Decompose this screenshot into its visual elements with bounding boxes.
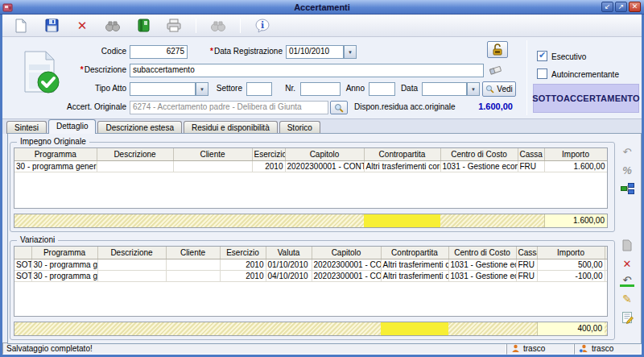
restore-down-button[interactable]: ↙ <box>601 2 613 12</box>
codice-input[interactable]: 6275 <box>130 45 188 59</box>
variazioni-title: Variazioni <box>17 235 58 244</box>
search-related-icon[interactable] <box>209 18 227 34</box>
percent-icon[interactable]: % <box>620 164 634 176</box>
delete-icon[interactable]: ✕ <box>73 18 91 34</box>
variazioni-group: Variazioni ProgrammaDescrizioneClienteEs… <box>10 240 615 340</box>
form-separator <box>526 40 527 115</box>
tab-sintesi[interactable]: Sintesi <box>6 121 47 134</box>
impegno-originale-title: Impegno Originale <box>17 137 89 146</box>
column-header[interactable]: Cliente <box>173 148 252 160</box>
info-icon[interactable]: i <box>254 18 271 34</box>
accert-originale-input[interactable]: 6274 - Accertamento padre - Delibera di … <box>130 101 328 114</box>
esecutivo-checkbox[interactable] <box>537 51 547 61</box>
column-header[interactable] <box>605 247 608 259</box>
dettaglio-panel: Impegno Originale ProgrammaDescrizioneCl… <box>7 133 642 344</box>
variazioni-table-box: ProgrammaDescrizioneClienteEsercizioValu… <box>14 246 608 317</box>
add-row-icon[interactable] <box>620 239 634 251</box>
eraser-icon[interactable] <box>489 64 503 78</box>
validate-book-icon[interactable] <box>134 18 152 34</box>
close-button[interactable]: ✕ <box>629 2 641 12</box>
column-header[interactable]: Valuta <box>266 247 312 259</box>
column-header[interactable]: Programma <box>31 247 97 259</box>
data-input[interactable] <box>422 82 467 96</box>
tab-dettaglio[interactable]: Dettaglio <box>48 119 96 134</box>
impegno-total-value: 1.600,00 <box>544 214 607 227</box>
tipo-atto-select[interactable] <box>130 82 196 96</box>
status-message: Salvataggio completato! <box>2 342 506 355</box>
tab-storico[interactable]: Storico <box>279 121 320 134</box>
linked-records-icon[interactable] <box>620 182 634 195</box>
print-icon[interactable] <box>165 18 183 34</box>
column-header[interactable]: Contropartita <box>381 247 448 259</box>
calendar-dropdown-button[interactable]: ▼ <box>344 45 357 59</box>
delete-row-icon[interactable]: ✕ <box>620 257 634 270</box>
status-panel-user-session[interactable]: trasco <box>574 342 642 355</box>
person-icon <box>511 344 520 353</box>
column-header[interactable]: Importo <box>544 148 607 160</box>
dispon-residua-value: 1.600,00 <box>453 102 513 111</box>
column-header[interactable]: Cassa <box>518 148 544 160</box>
settore-input[interactable] <box>246 82 272 96</box>
column-header[interactable]: Centro di Costo <box>440 148 518 160</box>
settore-label: Settore <box>210 84 242 95</box>
impegno-originale-table: ProgrammaDescrizioneClienteEsercizioCapi… <box>14 148 608 172</box>
column-header[interactable]: Cassa <box>516 247 537 259</box>
status-bar: Salvataggio completato! trasco trasco <box>2 342 642 355</box>
column-header[interactable]: Capitolo <box>312 247 381 259</box>
data-label: Data <box>395 84 418 95</box>
descrizione-input[interactable]: subaccertamento <box>130 64 484 77</box>
window-title: Accertamenti <box>0 2 644 12</box>
table-row[interactable]: SOT30 - programma generico201004/10/2010… <box>14 270 608 281</box>
column-header[interactable] <box>14 247 31 259</box>
column-header[interactable]: Esercizio <box>220 247 266 259</box>
undo-variation-icon[interactable]: ↶ <box>620 276 634 287</box>
accert-search-button[interactable] <box>330 101 348 114</box>
unlock-icon <box>492 44 503 56</box>
autoincrementante-checkbox[interactable] <box>537 68 547 79</box>
column-header[interactable]: Contropartita <box>364 148 440 160</box>
column-header[interactable]: Centro di Costo <box>448 247 516 259</box>
sottoaccertamento-panel: SOTTOACCERTAMENTO <box>533 84 639 113</box>
column-header[interactable]: Capitolo <box>285 148 364 160</box>
edit-icon[interactable]: ✎ <box>620 293 634 305</box>
anno-input[interactable] <box>369 82 395 96</box>
new-document-icon[interactable] <box>12 18 30 34</box>
vedi-button[interactable]: Vedi <box>482 81 516 97</box>
descrizione-label: *Descrizione <box>54 65 126 77</box>
header-form: Codice 6275 *Data Registrazione 01/10/20… <box>2 37 642 119</box>
data-registrazione-input[interactable]: 01/10/2010 <box>286 45 344 59</box>
data-dropdown-button[interactable]: ▼ <box>467 82 480 96</box>
column-header[interactable]: Descrizione <box>97 148 173 160</box>
required-marker: * <box>80 65 84 74</box>
variazioni-table: ProgrammaDescrizioneClienteEsercizioValu… <box>14 247 608 282</box>
column-header[interactable]: Programma <box>14 148 97 160</box>
column-header[interactable]: Cliente <box>166 247 220 259</box>
column-header[interactable]: Descrizione <box>97 247 166 259</box>
nr-input[interactable] <box>300 82 341 96</box>
column-header[interactable]: Importo <box>537 247 605 259</box>
save-icon[interactable] <box>43 18 60 34</box>
unlock-button[interactable] <box>487 41 508 58</box>
data-registrazione-label: *Data Registrazione <box>192 47 283 58</box>
restore-up-button[interactable]: ↗ <box>615 2 627 12</box>
search-binoculars-icon[interactable] <box>104 18 122 34</box>
title-bar[interactable]: Accertamenti ↙ ↗ ✕ <box>0 0 644 15</box>
tipo-atto-dropdown-button[interactable]: ▼ <box>196 82 208 96</box>
edit-document-icon[interactable] <box>620 311 634 324</box>
codice-label: Codice <box>75 47 126 58</box>
person-badge-icon <box>579 344 588 353</box>
toolbar-separator <box>196 19 196 33</box>
impegno-side-toolbar: ↶ % <box>618 145 636 195</box>
undo-icon[interactable]: ↶ <box>620 145 634 158</box>
column-header[interactable]: Esercizio <box>252 148 285 160</box>
tab-descrizione-estesa[interactable]: Descrizione estesa <box>97 121 181 134</box>
impegno-originale-group: Impegno Originale ProgrammaDescrizioneCl… <box>10 142 615 232</box>
main-toolbar: ✕ i <box>2 15 642 37</box>
table-row[interactable]: 30 - programma generico201020202300001 -… <box>14 160 607 172</box>
variazioni-side-toolbar: ✕ ↶ ✎ <box>618 239 636 324</box>
highlight-cell <box>364 214 440 227</box>
tab-residui-disponibilita[interactable]: Residui e disponibilità <box>184 121 278 134</box>
tipo-atto-label: Tipo Atto <box>75 84 126 95</box>
table-row[interactable]: SOT30 - programma generico201001/10/2010… <box>14 259 608 270</box>
status-panel-user[interactable]: trasco <box>506 342 574 355</box>
